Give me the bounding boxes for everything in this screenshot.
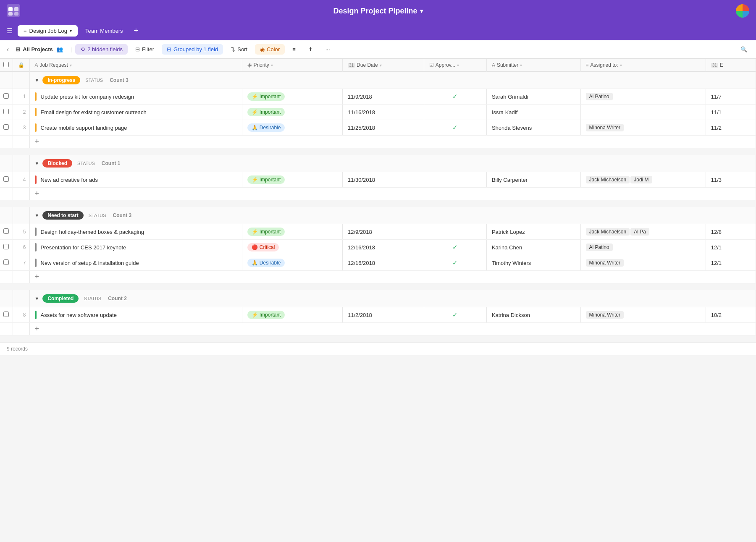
lock-col-header: 🔒	[13, 59, 29, 72]
col-chevron-icon3: ▾	[380, 63, 382, 68]
filter-button[interactable]: ⊟ Filter	[130, 44, 159, 55]
row-job-request[interactable]: Design holiday-themed boxes & packaging	[29, 224, 242, 240]
sort-button[interactable]: ⇅ Sort	[226, 44, 252, 55]
row-submitter: Billy Carpenter	[486, 172, 580, 188]
group-header-need-to-start: ▼ Need to start STATUS Count 3	[0, 207, 756, 224]
row-priority[interactable]: ⚡ Important	[242, 89, 343, 105]
row-priority[interactable]: ⚡ Important	[242, 172, 343, 188]
rows-icon: ≡	[292, 46, 296, 52]
row-checkbox[interactable]	[0, 224, 13, 240]
row-checkbox[interactable]	[0, 255, 13, 271]
add-tab-button[interactable]: +	[131, 25, 142, 37]
app-logo	[7, 4, 20, 18]
add-row-button[interactable]: +	[29, 271, 756, 283]
col-chevron-icon5: ▾	[520, 63, 522, 68]
row-num: 2	[13, 105, 29, 120]
all-projects-button[interactable]: ⊞ All Projects 👥	[11, 44, 67, 55]
table-row: 8 Assets for new software update ⚡ Impor…	[0, 307, 756, 323]
add-row-button[interactable]: +	[29, 188, 756, 200]
tab-chevron-icon: ▾	[70, 29, 72, 33]
rows-button[interactable]: ≡	[287, 44, 301, 55]
row-checkbox[interactable]	[0, 89, 13, 105]
add-row-button[interactable]: +	[29, 323, 756, 335]
count-label: Count 2	[108, 296, 127, 301]
row-checkbox[interactable]	[0, 120, 13, 136]
row-job-request[interactable]: Email design for existing customer outre…	[29, 105, 242, 120]
row-checkbox[interactable]	[0, 307, 13, 323]
row-priority[interactable]: 🙏 Desirable	[242, 255, 343, 271]
tab-team-members[interactable]: Team Members	[79, 25, 129, 37]
col-approval[interactable]: ☑ Approv... ▾	[424, 59, 486, 72]
row-priority[interactable]: ⚡ Important	[242, 105, 343, 120]
row-submitter: Katrina Dickson	[486, 307, 580, 323]
row-assignees: Al Patino	[580, 89, 706, 105]
row-priority[interactable]: ⚡ Important	[242, 224, 343, 240]
color-bar	[35, 259, 37, 267]
row-checkbox[interactable]	[0, 105, 13, 120]
group-chevron-icon[interactable]: ▼	[35, 296, 39, 301]
row-checkbox[interactable]	[0, 240, 13, 255]
row-submitter: Timothy Winters	[486, 255, 580, 271]
row-job-request[interactable]: New ad creative for ads	[29, 172, 242, 188]
more-button[interactable]: ···	[320, 44, 335, 55]
col-assigned-to[interactable]: ≡ Assigned to: ▾	[580, 59, 706, 72]
col-icon-job-request: A	[35, 62, 38, 68]
row-priority[interactable]: 🙏 Desirable	[242, 120, 343, 136]
row-due-date: 12/9/2018	[342, 224, 424, 240]
row-job-request[interactable]: Update press kit for company redesign	[29, 89, 242, 105]
collapse-icon[interactable]: ‹	[7, 46, 9, 53]
avatar	[736, 4, 749, 18]
count-label: Count 3	[110, 77, 129, 83]
row-priority[interactable]: 🔴 Critical	[242, 240, 343, 255]
color-button[interactable]: ◉ Color	[255, 44, 285, 55]
tab-design-job-log[interactable]: ≡ Design Job Log ▾	[18, 25, 78, 37]
approved-checkmark: ✓	[452, 124, 458, 131]
priority-badge: ⚡ Important	[247, 92, 285, 101]
add-row-button[interactable]: +	[29, 136, 756, 148]
add-row[interactable]: +	[0, 188, 756, 200]
main-table: 🔒 A Job Request ▾ ◉ Priority ▾	[0, 59, 756, 342]
export-button[interactable]: ⬆	[303, 44, 318, 55]
row-submitter: Shonda Stevens	[486, 120, 580, 136]
search-icon[interactable]: 🔍	[738, 44, 749, 55]
approved-checkmark: ✓	[452, 93, 458, 100]
main-table-container: 🔒 A Job Request ▾ ◉ Priority ▾	[0, 59, 756, 342]
add-row[interactable]: +	[0, 136, 756, 148]
row-due-date: 12/16/2018	[342, 240, 424, 255]
approved-checkmark: ✓	[452, 311, 458, 318]
row-num: 3	[13, 120, 29, 136]
table-row: 1 Update press kit for company redesign …	[0, 89, 756, 105]
row-assignees: Minona Writer	[580, 255, 706, 271]
group-chevron-icon[interactable]: ▼	[35, 213, 39, 218]
col-priority[interactable]: ◉ Priority ▾	[242, 59, 343, 72]
col-extra[interactable]: 31 E	[706, 59, 756, 72]
col-chevron-icon4: ▾	[457, 63, 459, 68]
col-icon-assigned: ≡	[586, 62, 589, 68]
col-submitter[interactable]: A Submitter ▾	[486, 59, 580, 72]
filter-icon: ⊟	[135, 46, 140, 52]
priority-badge: 🙏 Desirable	[247, 259, 285, 267]
hidden-fields-button[interactable]: ⟲ 2 hidden fields	[75, 44, 128, 55]
group-chevron-icon[interactable]: ▼	[35, 161, 39, 166]
assignee-tag: Jack Michaelson	[586, 228, 630, 236]
row-job-request[interactable]: Assets for new software update	[29, 307, 242, 323]
select-all-checkbox[interactable]	[0, 59, 13, 72]
row-job-request[interactable]: Presentation for CES 2017 keynote	[29, 240, 242, 255]
assignee-tag: Minona Writer	[586, 259, 624, 267]
col-icon-approval: ☑	[429, 62, 434, 68]
add-row[interactable]: +	[0, 323, 756, 335]
group-header-in-progress: ▼ In-progress STATUS Count 3	[0, 72, 756, 89]
add-row[interactable]: +	[0, 271, 756, 283]
group-chevron-icon[interactable]: ▼	[35, 78, 39, 83]
col-due-date[interactable]: 31 Due Date ▾	[342, 59, 424, 72]
row-checkbox[interactable]	[0, 172, 13, 188]
group-button[interactable]: ⊞ Grouped by 1 field	[162, 44, 223, 55]
svg-rect-1	[8, 7, 13, 11]
row-job-request[interactable]: New version of setup & installation guid…	[29, 255, 242, 271]
hamburger-icon[interactable]: ☰	[7, 27, 13, 35]
approved-checkmark: ✓	[452, 259, 458, 266]
col-job-request[interactable]: A Job Request ▾	[29, 59, 242, 72]
row-job-request[interactable]: Create mobile support landing page	[29, 120, 242, 136]
col-icon-due-date: 31	[348, 63, 355, 68]
row-priority[interactable]: ⚡ Important	[242, 307, 343, 323]
